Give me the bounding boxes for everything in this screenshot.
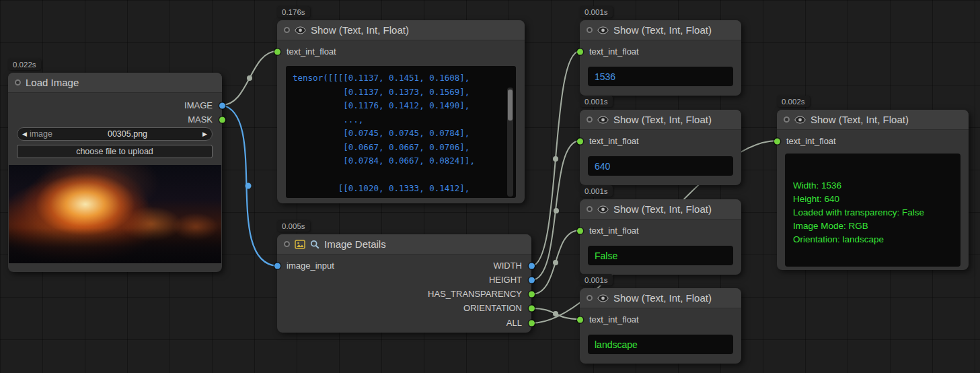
input-slot-text-int-float[interactable]: text_int_float — [580, 224, 741, 238]
output-slot-has-transparency[interactable]: HAS_TRANSPARENCY — [277, 287, 531, 301]
all-output-dot[interactable] — [529, 320, 535, 326]
node-title-bar[interactable]: Show (Text, Int, Float) — [277, 20, 525, 40]
input-slot-text-int-float[interactable]: text_int_float — [777, 134, 969, 148]
scrollbar-thumb[interactable] — [508, 90, 513, 121]
slot-label: text_int_float — [589, 314, 639, 325]
node-title-bar[interactable]: Show (Text, Int, Float) — [777, 110, 969, 130]
collapse-dot[interactable] — [284, 27, 290, 33]
eye-icon — [597, 294, 609, 302]
slot-label: HAS_TRANSPARENCY — [428, 289, 522, 299]
node-graph-canvas[interactable]: 0.022s Load Image IMAGE MASK ◀ image 003… — [0, 0, 980, 373]
node-title: Show (Text, Int, Float) — [811, 114, 909, 125]
node-title-bar[interactable]: Show (Text, Int, Float) — [580, 288, 741, 308]
node-image-details[interactable]: 0.005s Image Details image_input WIDTH H… — [277, 234, 531, 333]
eye-icon — [295, 26, 306, 34]
input-dot[interactable] — [577, 138, 583, 144]
collapse-dot[interactable] — [587, 206, 593, 212]
output-slot-all[interactable]: ALL — [277, 316, 531, 330]
value-display[interactable]: False — [588, 246, 733, 265]
node-title: Load Image — [26, 77, 79, 88]
eye-icon — [597, 116, 609, 124]
input-dot[interactable] — [577, 316, 583, 323]
image-preview — [9, 165, 221, 263]
node-title-bar[interactable]: Load Image — [8, 73, 222, 93]
slot-label: text_int_float — [589, 226, 639, 236]
execution-time-badge: 0.001s — [580, 185, 613, 197]
input-slot-text-int-float[interactable]: text_int_float — [580, 312, 741, 327]
wire-midpoint-dot — [553, 260, 558, 265]
input-dot[interactable] — [577, 48, 583, 55]
collapse-dot[interactable] — [587, 116, 593, 123]
collapse-dot[interactable] — [284, 241, 290, 247]
node-show-width[interactable]: 0.001s Show (Text, Int, Float) text_int_… — [580, 20, 741, 96]
combo-value: 00305.png — [52, 129, 202, 139]
slot-label: text_int_float — [287, 46, 336, 57]
execution-time-badge: 0.001s — [580, 96, 613, 107]
height-output-dot[interactable] — [529, 277, 535, 283]
upload-file-button[interactable]: choose file to upload — [17, 145, 213, 158]
mask-output-dot[interactable] — [219, 116, 225, 123]
node-title: Show (Text, Int, Float) — [613, 203, 712, 215]
value-display[interactable]: landscape — [588, 335, 733, 354]
output-slot-width[interactable]: WIDTH — [277, 259, 531, 273]
slot-label: text_int_float — [589, 46, 639, 57]
slot-label: HEIGHT — [489, 275, 522, 285]
output-slot-image[interactable]: IMAGE — [8, 98, 222, 112]
collapse-dot[interactable] — [784, 116, 790, 123]
eye-icon — [597, 205, 609, 213]
tensor-text-display[interactable]: tensor([[[[0.1137, 0.1451, 0.1608], [0.1… — [286, 66, 516, 198]
details-text-display[interactable]: Width: 1536 Height: 640 Loaded with tran… — [785, 154, 960, 267]
input-slot-text-int-float[interactable]: text_int_float — [580, 44, 741, 59]
execution-time-badge: 0.176s — [277, 6, 310, 18]
image-combo-widget[interactable]: ◀ image 00305.png ▶ — [17, 127, 213, 141]
slot-label: IMAGE — [184, 100, 213, 110]
collapse-dot[interactable] — [15, 79, 21, 86]
eye-icon — [597, 26, 609, 34]
value-display[interactable]: 640 — [588, 156, 733, 176]
node-title-bar[interactable]: Show (Text, Int, Float) — [580, 199, 741, 219]
combo-next-icon[interactable]: ▶ — [202, 131, 207, 137]
scrollbar-track[interactable] — [507, 88, 513, 197]
node-show-tensor[interactable]: 0.176s Show (Text, Int, Float) text_int_… — [277, 20, 525, 203]
input-dot[interactable] — [274, 48, 280, 55]
image-output-dot[interactable] — [219, 102, 225, 108]
input-slot-text-int-float[interactable]: text_int_float — [580, 134, 741, 148]
output-slot-orientation[interactable]: ORIENTATION — [277, 301, 531, 315]
collapse-dot[interactable] — [587, 27, 593, 33]
node-show-height[interactable]: 0.001s Show (Text, Int, Float) text_int_… — [580, 110, 741, 185]
combo-name: image — [30, 129, 52, 139]
node-load-image[interactable]: 0.022s Load Image IMAGE MASK ◀ image 003… — [8, 73, 222, 272]
execution-time-badge: 0.002s — [777, 96, 810, 107]
node-title-bar[interactable]: Show (Text, Int, Float) — [580, 110, 741, 130]
input-slot-text-int-float[interactable]: text_int_float — [277, 44, 525, 59]
slot-label: ORIENTATION — [463, 303, 522, 313]
value-display[interactable]: 1536 — [588, 67, 733, 86]
node-title-bar[interactable]: Show (Text, Int, Float) — [580, 20, 741, 40]
collapse-dot[interactable] — [587, 295, 593, 301]
node-show-orientation[interactable]: 0.001s Show (Text, Int, Float) text_int_… — [580, 288, 741, 364]
execution-time-badge: 0.005s — [277, 220, 310, 232]
orientation-output-dot[interactable] — [529, 305, 535, 311]
slot-label: WIDTH — [493, 261, 522, 271]
execution-time-badge: 0.022s — [8, 59, 41, 70]
output-slot-mask[interactable]: MASK — [8, 112, 222, 127]
node-show-all-details[interactable]: 0.002s Show (Text, Int, Float) text_int_… — [777, 110, 969, 270]
slot-label: text_int_float — [589, 136, 639, 146]
input-dot[interactable] — [774, 138, 780, 144]
width-output-dot[interactable] — [529, 263, 535, 269]
node-title: Show (Text, Int, Float) — [311, 24, 409, 36]
node-title-bar[interactable]: Image Details — [277, 234, 531, 255]
node-show-transparency[interactable]: 0.001s Show (Text, Int, Float) text_int_… — [580, 199, 741, 275]
wire-midpoint-dot — [553, 311, 558, 316]
output-slot-height[interactable]: HEIGHT — [277, 273, 531, 287]
magnifier-icon — [310, 240, 319, 249]
wire-midpoint-dot — [554, 208, 559, 213]
node-title: Show (Text, Int, Float) — [613, 24, 712, 36]
node-title: Show (Text, Int, Float) — [613, 292, 712, 304]
combo-prev-icon[interactable]: ◀ — [22, 131, 27, 137]
slot-label: MASK — [188, 114, 213, 125]
execution-time-badge: 0.001s — [580, 6, 613, 18]
node-title: Image Details — [324, 238, 386, 250]
input-dot[interactable] — [577, 228, 583, 234]
has-transparency-output-dot[interactable] — [529, 291, 535, 297]
